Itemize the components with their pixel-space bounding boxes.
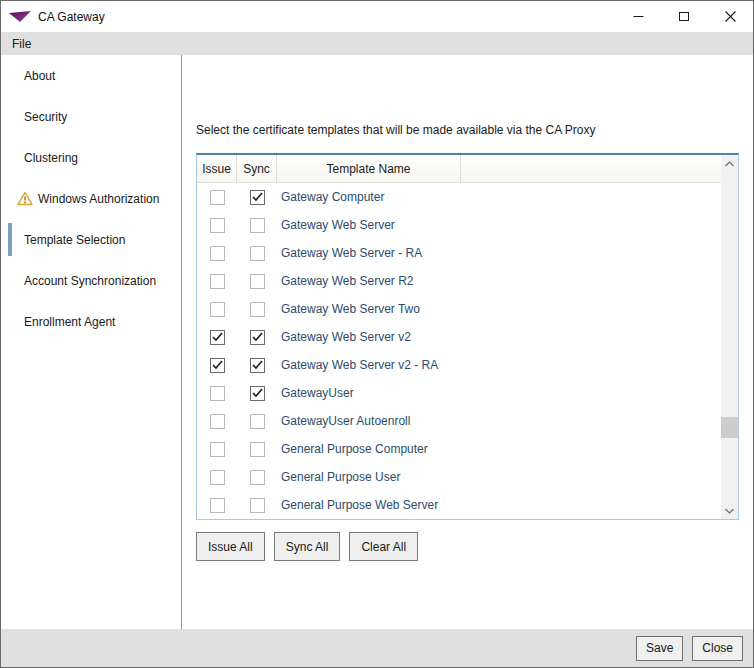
template-name[interactable]: GatewayUser Autoenroll [277, 407, 721, 435]
sidebar-item-clustering[interactable]: Clustering [1, 137, 181, 178]
sync-checkbox[interactable] [250, 470, 265, 485]
sidebar-item-security[interactable]: Security [1, 96, 181, 137]
table-row[interactable]: Gateway Web Server R2 [197, 267, 721, 295]
check-icon [212, 332, 223, 342]
clear-all-button[interactable]: Clear All [349, 532, 418, 561]
issue-checkbox[interactable] [210, 442, 225, 457]
sync-cell [237, 211, 277, 239]
template-name[interactable]: Gateway Web Server v2 [277, 323, 721, 351]
issue-checkbox[interactable] [210, 414, 225, 429]
template-name[interactable]: Gateway Web Server Two [277, 295, 721, 323]
template-name[interactable]: Gateway Web Server [277, 211, 721, 239]
sync-cell [237, 435, 277, 463]
sync-cell [237, 407, 277, 435]
scroll-up-button[interactable] [721, 155, 738, 172]
minimize-button[interactable] [615, 1, 661, 32]
table-row[interactable]: General Purpose Computer [197, 435, 721, 463]
issue-checkbox[interactable] [210, 358, 225, 373]
table-row[interactable]: Gateway Web Server v2 - RA [197, 351, 721, 379]
sync-cell [237, 239, 277, 267]
chevron-up-icon [725, 161, 734, 167]
menu-file[interactable]: File [9, 37, 34, 51]
column-header-template-name[interactable]: Template Name [277, 155, 461, 182]
sync-checkbox[interactable] [250, 302, 265, 317]
template-name[interactable]: Gateway Web Server - RA [277, 239, 721, 267]
sync-cell [237, 323, 277, 351]
issue-cell [197, 435, 237, 463]
maximize-button[interactable] [661, 1, 707, 32]
sidebar-item-account-synchronization[interactable]: Account Synchronization [1, 260, 181, 301]
table-actions: Issue AllSync AllClear All [196, 532, 753, 561]
table-row[interactable]: Gateway Web Server Two [197, 295, 721, 323]
issue-checkbox[interactable] [210, 498, 225, 513]
table-row[interactable]: General Purpose User [197, 463, 721, 491]
template-table: Issue Sync Template Name Gatewa [196, 153, 739, 520]
sync-checkbox[interactable] [250, 330, 265, 345]
chevron-down-icon [725, 508, 734, 514]
template-name[interactable]: GatewayUser [277, 379, 721, 407]
sync-checkbox[interactable] [250, 498, 265, 513]
sync-checkbox[interactable] [250, 246, 265, 261]
sidebar-item-label: Account Synchronization [24, 274, 156, 288]
template-name[interactable]: General Purpose Web Server [277, 491, 721, 519]
sync-checkbox[interactable] [250, 358, 265, 373]
sync-checkbox[interactable] [250, 442, 265, 457]
template-name[interactable]: Gateway Web Server v2 - RA [277, 351, 721, 379]
column-header-sync[interactable]: Sync [237, 155, 277, 182]
sync-all-button[interactable]: Sync All [274, 532, 341, 561]
check-icon [252, 192, 263, 202]
scrollbar-track[interactable] [721, 172, 738, 502]
issue-cell [197, 267, 237, 295]
issue-cell [197, 463, 237, 491]
check-icon [252, 388, 263, 398]
issue-cell [197, 351, 237, 379]
issue-checkbox[interactable] [210, 386, 225, 401]
template-name[interactable]: Gateway Web Server R2 [277, 267, 721, 295]
table-header-row: Issue Sync Template Name [197, 155, 721, 183]
issue-checkbox[interactable] [210, 330, 225, 345]
close-button[interactable]: Close [692, 636, 743, 661]
sidebar-item-about[interactable]: About [1, 55, 181, 96]
template-name[interactable]: General Purpose User [277, 463, 721, 491]
template-name[interactable]: Gateway Computer [277, 183, 721, 211]
menu-bar: File [1, 32, 753, 55]
template-name[interactable]: General Purpose Computer [277, 435, 721, 463]
issue-checkbox[interactable] [210, 302, 225, 317]
issue-cell [197, 183, 237, 211]
sync-cell [237, 463, 277, 491]
issue-checkbox[interactable] [210, 246, 225, 261]
table-row[interactable]: Gateway Computer [197, 183, 721, 211]
sync-cell [237, 267, 277, 295]
sync-checkbox[interactable] [250, 218, 265, 233]
table-row[interactable]: General Purpose Web Server [197, 491, 721, 519]
table-row[interactable]: Gateway Web Server [197, 211, 721, 239]
maximize-icon [679, 11, 690, 22]
table-row[interactable]: Gateway Web Server v2 [197, 323, 721, 351]
sync-checkbox[interactable] [250, 414, 265, 429]
issue-cell [197, 407, 237, 435]
issue-all-button[interactable]: Issue All [196, 532, 265, 561]
sidebar-item-windows-authorization[interactable]: Windows Authorization [1, 178, 181, 219]
sync-checkbox[interactable] [250, 274, 265, 289]
issue-checkbox[interactable] [210, 274, 225, 289]
window-title: CA Gateway [38, 10, 105, 24]
close-button[interactable] [707, 1, 753, 32]
sync-cell [237, 379, 277, 407]
column-header-issue[interactable]: Issue [197, 155, 237, 182]
sync-checkbox[interactable] [250, 190, 265, 205]
sync-checkbox[interactable] [250, 386, 265, 401]
table-row[interactable]: Gateway Web Server - RA [197, 239, 721, 267]
issue-checkbox[interactable] [210, 190, 225, 205]
issue-checkbox[interactable] [210, 218, 225, 233]
table-row[interactable]: GatewayUser Autoenroll [197, 407, 721, 435]
sync-cell [237, 295, 277, 323]
title-bar: CA Gateway [1, 1, 753, 32]
save-button[interactable]: Save [636, 636, 683, 661]
sidebar-item-template-selection[interactable]: Template Selection [1, 219, 181, 260]
scrollbar-thumb[interactable] [721, 417, 738, 438]
sidebar-item-enrollment-agent[interactable]: Enrollment Agent [1, 301, 181, 342]
issue-checkbox[interactable] [210, 470, 225, 485]
app-logo-icon [9, 9, 32, 24]
scroll-down-button[interactable] [721, 502, 738, 519]
table-row[interactable]: GatewayUser [197, 379, 721, 407]
